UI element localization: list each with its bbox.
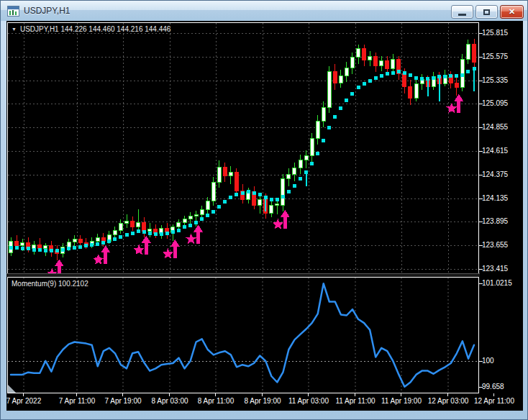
trend-dot: [443, 75, 447, 78]
trend-dot: [363, 82, 366, 86]
trend-dot: [473, 67, 476, 70]
trend-dot: [148, 232, 152, 235]
candle: [403, 74, 406, 87]
momentum-pane[interactable]: Momentum(9) 100.2102: [7, 277, 479, 393]
window-controls: ✕: [451, 5, 524, 19]
candle: [131, 222, 135, 227]
candle: [409, 86, 412, 98]
window-titlebar[interactable]: USDJPY,H1 ✕: [1, 1, 527, 21]
candle: [322, 107, 325, 121]
signal-star-icon: [273, 219, 283, 229]
trend-dot: [21, 247, 24, 250]
time-axis-label: 7 Apr 19:00: [104, 397, 141, 405]
trend-dot: [333, 115, 337, 119]
trend-dot: [27, 247, 30, 250]
momentum-axis-label: 101.0215: [482, 279, 512, 287]
signal-star-icon: [163, 248, 173, 258]
main-chart-pane[interactable]: ▼ USDJPY,H1 144.226 144.460 144.216 144.…: [7, 22, 479, 274]
signal-star-icon: [186, 234, 196, 244]
price-axis-label: 125.335: [482, 76, 508, 84]
collapse-arrow-icon[interactable]: ▼: [12, 27, 17, 32]
window-title: USDJPY,H1: [24, 6, 70, 16]
trend-dot: [322, 139, 325, 142]
trend-dot: [276, 198, 279, 201]
trend-dot: [299, 177, 302, 181]
buy-arrow-icon: [101, 245, 110, 264]
candle: [44, 246, 47, 249]
price-axis-label: 124.135: [482, 194, 508, 202]
candle: [310, 139, 314, 155]
trend-dot: [420, 77, 424, 81]
trend-dot: [339, 106, 342, 110]
time-axis-tick: [493, 393, 494, 396]
signal-star-icon: [93, 254, 104, 264]
trend-dot: [101, 241, 105, 245]
candle: [333, 72, 337, 83]
symbol-ohlc-header[interactable]: ▼ USDJPY,H1 144.226 144.460 144.216 144.…: [12, 25, 170, 33]
mt4-chart-window: USDJPY,H1 ✕ ▼ USDJPY,H1 144.226 144.460 …: [0, 0, 528, 420]
trend-dot: [171, 230, 175, 234]
trend-dot: [206, 214, 209, 217]
trend-dot: [67, 247, 70, 250]
price-axis-label: 125.815: [482, 29, 508, 37]
candle: [293, 168, 296, 174]
trend-dot: [409, 73, 412, 77]
candle: [281, 179, 285, 206]
trend-dot: [247, 190, 250, 193]
candle: [177, 222, 181, 227]
momentum-axis-label: 100: [482, 357, 494, 365]
candle: [304, 155, 308, 160]
trend-dot: [107, 239, 111, 243]
trend-dot: [154, 232, 158, 236]
candle: [299, 160, 302, 168]
candle: [414, 83, 418, 99]
candle: [270, 206, 273, 214]
trend-dot: [449, 74, 452, 78]
trend-dot: [368, 79, 372, 83]
candle: [78, 239, 82, 242]
axis-tick: [479, 222, 483, 222]
trend-dot: [177, 229, 181, 232]
trend-dot: [426, 77, 429, 81]
restore-icon: [483, 9, 490, 15]
close-button[interactable]: ✕: [500, 5, 524, 19]
candle: [113, 230, 117, 235]
trend-dot: [194, 221, 198, 224]
axis-tick: [479, 104, 483, 104]
candle: [357, 48, 360, 57]
buy-arrow-icon: [142, 236, 151, 255]
trend-dot: [119, 235, 122, 239]
minimize-icon: [458, 14, 466, 16]
price-axis-label: 125.095: [482, 99, 508, 107]
trend-dot: [38, 248, 42, 252]
trend-dot: [165, 232, 169, 235]
trend-dot: [217, 205, 221, 209]
trend-dot: [466, 70, 470, 73]
trend-dot: [9, 246, 13, 250]
time-axis-tick: [169, 393, 170, 396]
axis-tick: [479, 269, 483, 270]
trend-dot: [229, 196, 232, 199]
trend-dot: [15, 246, 19, 250]
trend-dot: [73, 246, 76, 250]
candle: [316, 121, 319, 139]
price-axis-label: 123.895: [482, 217, 508, 225]
trend-dot: [350, 92, 354, 96]
buy-arrow-icon: [55, 259, 64, 273]
trend-dot: [437, 75, 441, 78]
candle: [101, 238, 105, 241]
candle: [67, 242, 70, 247]
minimize-button[interactable]: [451, 5, 473, 19]
trend-dot: [188, 224, 192, 227]
price-axis-label: 125.575: [482, 52, 508, 60]
trend-dot: [281, 195, 285, 198]
candle: [21, 243, 24, 246]
signal-star-icon: [47, 268, 58, 273]
restore-button[interactable]: [475, 5, 498, 19]
trend-dot: [386, 72, 389, 76]
candle: [345, 68, 348, 76]
trend-dot: [241, 191, 245, 195]
buy-arrow-icon: [281, 210, 290, 229]
time-axis-label: 7 Apr 11:00: [59, 397, 95, 405]
candle: [466, 45, 470, 60]
